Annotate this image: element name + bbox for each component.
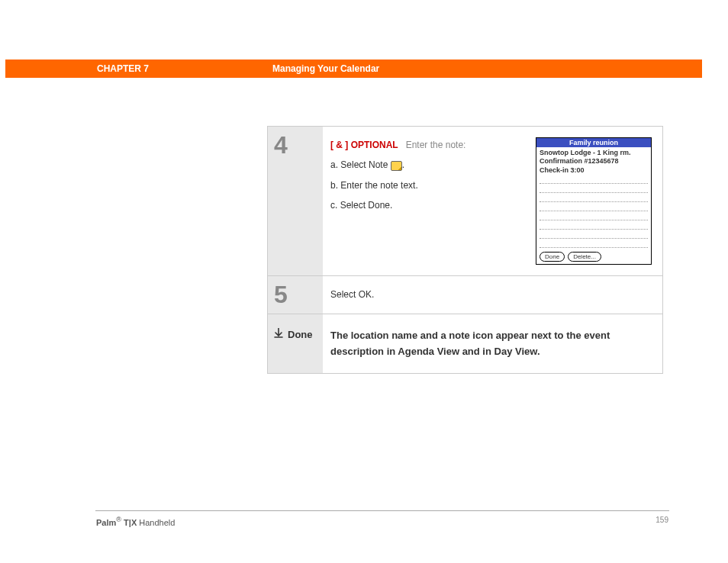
palm-line-3: Check-in 3:00: [540, 166, 648, 175]
page-number: 159: [656, 516, 668, 524]
optional-line: [ & ] OPTIONAL Enter the note:: [330, 137, 525, 153]
footer-brand: Palm® T|X Handheld: [96, 516, 175, 527]
step-4-body: [ & ] OPTIONAL Enter the note: a. Select…: [323, 127, 662, 275]
palm-done-button[interactable]: Done: [540, 252, 565, 262]
step-4-row: 4 [ & ] OPTIONAL Enter the note: a. Sele…: [268, 127, 662, 276]
step-4-numcol: 4: [268, 127, 323, 275]
palm-line-1: Snowtop Lodge - 1 King rm.: [540, 149, 648, 157]
done-text: The location name and a note icon appear…: [323, 314, 662, 374]
chapter-header-bar: CHAPTER 7 Managing Your Calendar: [5, 60, 702, 78]
done-col: Done: [268, 314, 323, 374]
step-4-number: 4: [274, 131, 317, 159]
palm-title: Family reunion: [536, 138, 651, 147]
palm-button-row: Done Delete...: [536, 249, 651, 264]
palm-line-2: Confirmation #12345678: [540, 157, 648, 166]
down-arrow-icon: [274, 328, 283, 341]
steps-box: 4 [ & ] OPTIONAL Enter the note: a. Sele…: [267, 126, 663, 374]
optional-tag: [ & ] OPTIONAL: [330, 140, 398, 150]
step-4a: a. Select Note .: [330, 157, 525, 172]
step-5-text: Select OK.: [330, 287, 652, 302]
step-4b: b. Enter the note text.: [330, 178, 525, 193]
chapter-label: CHAPTER 7: [97, 63, 149, 74]
footer-rule: [95, 510, 669, 511]
note-icon: [391, 161, 402, 171]
step-5-number: 5: [274, 281, 317, 309]
step-5-body: Select OK.: [323, 276, 662, 314]
step-5-row: 5 Select OK.: [268, 276, 662, 314]
step-5-numcol: 5: [268, 276, 323, 314]
palm-delete-button[interactable]: Delete...: [568, 252, 601, 262]
optional-lead: Enter the note:: [406, 140, 466, 150]
palm-note-body: Snowtop Lodge - 1 King rm. Confirmation …: [536, 147, 651, 175]
chapter-title: Managing Your Calendar: [272, 63, 379, 74]
palm-screenshot: Family reunion Snowtop Lodge - 1 King rm…: [536, 137, 652, 265]
palm-blank-lines: [536, 175, 651, 249]
done-label: Done: [288, 329, 313, 340]
step-4-text: [ & ] OPTIONAL Enter the note: a. Select…: [330, 137, 525, 265]
done-row: Done The location name and a note icon a…: [268, 314, 662, 374]
step-4c: c. Select Done.: [330, 198, 525, 213]
